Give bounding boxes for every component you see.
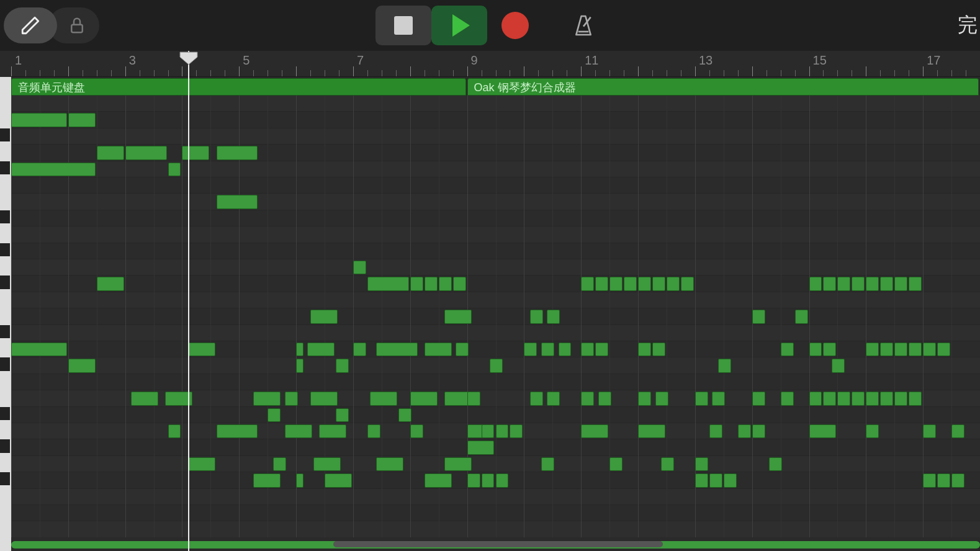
midi-note[interactable]: [752, 424, 765, 438]
midi-note[interactable]: [444, 457, 472, 471]
midi-note[interactable]: [781, 343, 794, 356]
midi-note[interactable]: [11, 343, 67, 356]
midi-note[interactable]: [467, 473, 480, 487]
midi-note[interactable]: [809, 424, 837, 438]
midi-note[interactable]: [68, 359, 96, 372]
midi-note[interactable]: [353, 261, 366, 274]
midi-note[interactable]: [482, 424, 495, 438]
midi-note[interactable]: [97, 277, 124, 290]
midi-note[interactable]: [951, 424, 964, 438]
midi-note[interactable]: [581, 343, 594, 356]
midi-note[interactable]: [724, 473, 737, 487]
midi-note[interactable]: [547, 392, 560, 405]
midi-note[interactable]: [595, 343, 608, 356]
midi-note[interactable]: [823, 277, 836, 290]
midi-note[interactable]: [880, 277, 893, 290]
midi-note[interactable]: [752, 392, 765, 405]
midi-note[interactable]: [923, 473, 936, 487]
midi-note[interactable]: [695, 473, 708, 487]
midi-note[interactable]: [695, 457, 708, 471]
midi-note[interactable]: [951, 473, 964, 487]
midi-note[interactable]: [652, 277, 665, 290]
midi-note[interactable]: [410, 424, 423, 438]
midi-note[interactable]: [336, 359, 349, 372]
midi-note[interactable]: [11, 163, 96, 176]
midi-note[interactable]: [182, 146, 209, 159]
midi-note[interactable]: [439, 277, 452, 290]
midi-note[interactable]: [285, 392, 298, 405]
midi-note[interactable]: [496, 473, 509, 487]
midi-note[interactable]: [541, 343, 554, 356]
midi-note[interactable]: [467, 392, 480, 405]
midi-note[interactable]: [581, 392, 594, 405]
midi-note[interactable]: [376, 457, 403, 471]
midi-note[interactable]: [310, 310, 338, 323]
midi-note[interactable]: [168, 163, 181, 176]
metronome-button[interactable]: [562, 6, 605, 45]
midi-note[interactable]: [410, 277, 423, 290]
midi-note[interactable]: [894, 343, 907, 356]
midi-note[interactable]: [809, 277, 822, 290]
midi-note[interactable]: [638, 343, 651, 356]
midi-note[interactable]: [598, 392, 611, 405]
midi-note[interactable]: [894, 392, 907, 405]
midi-note[interactable]: [530, 310, 543, 323]
midi-note[interactable]: [866, 424, 879, 438]
midi-note[interactable]: [253, 392, 281, 405]
midi-note[interactable]: [581, 277, 594, 290]
midi-note[interactable]: [453, 277, 466, 290]
midi-note[interactable]: [866, 392, 879, 405]
midi-note[interactable]: [319, 424, 346, 438]
midi-note[interactable]: [217, 195, 258, 208]
midi-note[interactable]: [410, 392, 438, 405]
midi-note[interactable]: [923, 343, 936, 356]
midi-note[interactable]: [652, 343, 665, 356]
midi-note[interactable]: [125, 146, 167, 159]
midi-note[interactable]: [832, 359, 845, 372]
midi-note[interactable]: [313, 457, 341, 471]
midi-note[interactable]: [609, 277, 623, 290]
midi-note[interactable]: [823, 343, 836, 356]
midi-note[interactable]: [809, 343, 822, 356]
midi-note[interactable]: [456, 343, 469, 356]
midi-note[interactable]: [581, 424, 608, 438]
midi-note[interactable]: [336, 408, 349, 422]
midi-note[interactable]: [909, 277, 922, 290]
midi-note[interactable]: [310, 392, 338, 405]
horizontal-scroll-thumb[interactable]: [333, 541, 663, 547]
midi-note[interactable]: [781, 392, 794, 405]
done-button[interactable]: 完: [958, 0, 980, 51]
midi-note[interactable]: [188, 457, 215, 471]
midi-note[interactable]: [296, 359, 303, 372]
record-button[interactable]: [487, 6, 543, 45]
midi-note[interactable]: [376, 343, 418, 356]
midi-note[interactable]: [367, 424, 380, 438]
midi-note[interactable]: [367, 277, 409, 290]
midi-note[interactable]: [547, 310, 560, 323]
midi-note[interactable]: [370, 392, 397, 405]
midi-note[interactable]: [661, 457, 674, 471]
midi-note[interactable]: [795, 310, 808, 323]
midi-note[interactable]: [937, 473, 950, 487]
midi-note[interactable]: [709, 473, 722, 487]
midi-note[interactable]: [595, 277, 608, 290]
midi-note[interactable]: [769, 457, 782, 471]
midi-note[interactable]: [398, 408, 411, 422]
midi-note[interactable]: [709, 424, 722, 438]
midi-note[interactable]: [490, 359, 503, 372]
midi-note[interactable]: [425, 343, 452, 356]
timeline-ruler[interactable]: 1357911131517: [11, 51, 980, 77]
midi-note[interactable]: [880, 343, 893, 356]
midi-note[interactable]: [880, 392, 893, 405]
region-header[interactable]: Oak 钢琴梦幻合成器: [467, 78, 979, 96]
midi-note[interactable]: [609, 457, 623, 471]
midi-note[interactable]: [809, 392, 822, 405]
piano-roll-grid[interactable]: [11, 96, 980, 537]
midi-note[interactable]: [638, 392, 651, 405]
midi-note[interactable]: [524, 343, 537, 356]
midi-note[interactable]: [68, 113, 96, 127]
midi-note[interactable]: [168, 424, 181, 438]
midi-note[interactable]: [444, 310, 472, 323]
pencil-tool-button[interactable]: [4, 7, 57, 43]
midi-note[interactable]: [866, 277, 879, 290]
